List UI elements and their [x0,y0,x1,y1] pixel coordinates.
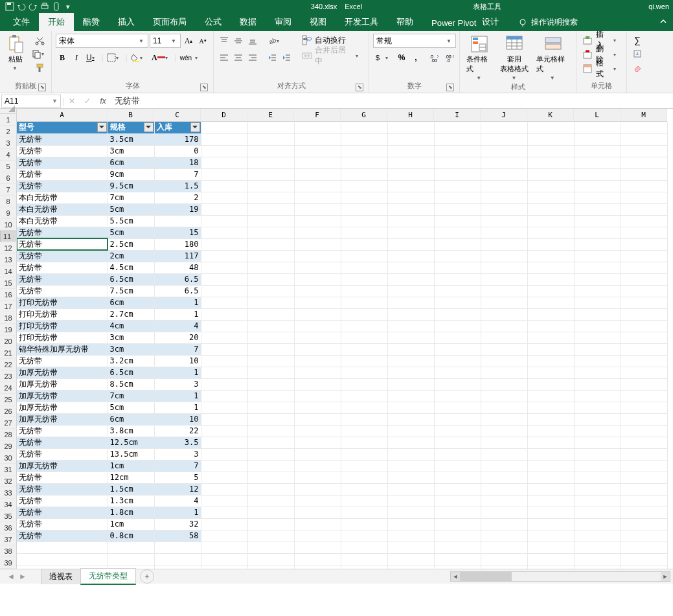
cell[interactable]: 3.5 [154,437,201,448]
cell[interactable]: 5 [154,472,201,483]
cell[interactable] [341,343,387,355]
cell[interactable] [247,367,294,378]
sheet-nav-next[interactable]: ► [17,571,29,582]
cell[interactable] [574,168,621,180]
cell[interactable] [621,203,667,215]
cell[interactable] [201,413,247,425]
cell[interactable] [527,168,574,180]
cell[interactable]: 2cm [108,250,154,262]
row-header[interactable]: 24 [0,382,17,394]
cell[interactable] [294,227,341,238]
cell[interactable] [294,203,341,215]
cell[interactable]: 规格 [108,122,154,133]
cell[interactable] [387,320,434,332]
cell[interactable]: 无纺带 [17,518,108,530]
cell[interactable] [481,367,527,378]
cell[interactable]: 178 [154,133,201,145]
quick-print-icon[interactable] [39,1,51,12]
cell[interactable] [387,308,434,320]
cell[interactable] [574,378,621,390]
cell[interactable]: 无纺带 [17,472,108,483]
bold-button[interactable]: B [56,51,69,64]
cell[interactable] [201,472,247,483]
cell[interactable] [201,250,247,262]
sheet-nav-prev[interactable]: ◄ [5,571,17,582]
cell[interactable] [341,168,387,180]
cell[interactable] [481,227,527,238]
cell[interactable]: 7.5cm [108,285,154,297]
undo-icon[interactable] [16,1,27,12]
cell[interactable] [294,507,341,518]
cell[interactable] [387,192,434,203]
cell[interactable] [481,308,527,320]
col-header-H[interactable]: H [387,109,434,122]
cut-button[interactable] [30,34,50,47]
cell[interactable] [108,565,154,569]
cell[interactable] [341,285,387,297]
cell[interactable] [527,180,574,192]
cell[interactable] [527,227,574,238]
cell[interactable] [294,343,341,355]
cell[interactable] [201,145,247,157]
cell[interactable] [247,308,294,320]
insert-function-button[interactable]: fx [95,94,111,108]
cell[interactable] [294,285,341,297]
cell[interactable] [574,542,621,553]
col-header-I[interactable]: I [434,109,481,122]
cell[interactable] [341,378,387,390]
tab-file[interactable]: 文件 [4,13,39,31]
row-header[interactable]: 9 [0,207,17,219]
filter-button[interactable] [144,122,154,132]
cell[interactable] [341,390,387,402]
cell[interactable]: 117 [154,250,201,262]
align-right-button[interactable] [246,51,259,64]
cell[interactable]: 4 [154,495,201,507]
cell[interactable] [481,437,527,448]
cell[interactable]: 0 [154,145,201,157]
format-table-button[interactable]: 套用 表格格式▼ [497,34,531,82]
cell-styles-button[interactable]: 单元格样式▼ [534,34,572,82]
cell[interactable]: 1cm [108,518,154,530]
cell[interactable] [574,145,621,157]
filter-button[interactable] [190,122,200,132]
cell[interactable]: 6.5 [154,273,201,285]
cell[interactable] [247,495,294,507]
cell[interactable] [434,250,481,262]
row-header[interactable]: 27 [0,417,17,429]
row-header[interactable]: 4 [0,149,17,161]
cell[interactable]: 打印无纺带 [17,297,108,308]
cell[interactable] [527,355,574,367]
cell[interactable] [527,530,574,542]
cell[interactable]: 无纺带 [17,437,108,448]
row-header[interactable]: 26 [0,405,17,417]
tab-home[interactable]: 开始 [39,13,74,31]
cell[interactable] [621,565,667,569]
cell[interactable] [294,542,341,553]
cell[interactable] [434,227,481,238]
cell[interactable] [341,437,387,448]
cell[interactable] [621,553,667,565]
cell[interactable] [527,285,574,297]
cell[interactable]: 加厚无纺带 [17,378,108,390]
cell[interactable] [481,343,527,355]
cell[interactable] [621,297,667,308]
row-header[interactable]: 2 [0,126,17,137]
cell[interactable] [294,413,341,425]
cell[interactable] [201,343,247,355]
cell[interactable] [247,553,294,565]
cell[interactable] [621,215,667,227]
cell[interactable] [621,518,667,530]
cell[interactable] [201,378,247,390]
merge-center-button[interactable]: 合并后居中▾ [299,49,365,62]
cell[interactable]: 无纺带 [17,250,108,262]
cell[interactable] [294,448,341,460]
cell[interactable] [247,472,294,483]
row-header[interactable]: 21 [0,347,17,359]
cell[interactable] [574,495,621,507]
cell[interactable] [574,308,621,320]
cell[interactable] [527,332,574,343]
cell[interactable]: 7 [154,460,201,472]
cell[interactable] [341,530,387,542]
tab-layout[interactable]: 页面布局 [144,13,196,31]
grid[interactable]: 型号规格入库无纺带3.5cm178无纺带3cm0无纺带6cm18无纺带9cm7无… [17,122,673,569]
